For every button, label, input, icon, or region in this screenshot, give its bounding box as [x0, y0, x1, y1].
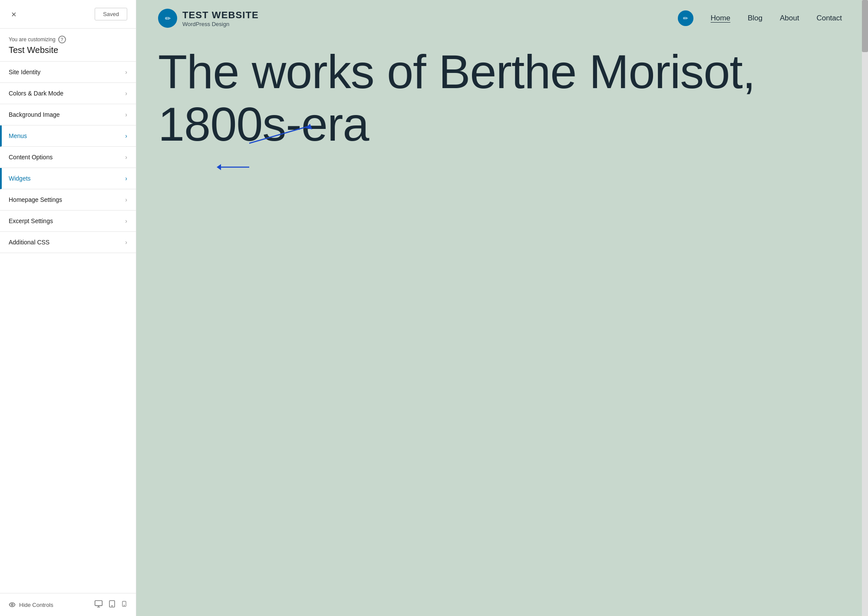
saved-button[interactable]: Saved: [95, 8, 127, 20]
view-icons-group: [94, 600, 127, 610]
widgets-arrow: [210, 161, 254, 178]
chevron-right-icon: ›: [125, 69, 127, 76]
preview-site-name: TEST WEBSITE: [182, 10, 259, 21]
nav-edit-icon[interactable]: [678, 10, 693, 26]
tablet-view-button[interactable]: [108, 600, 116, 610]
customizer-sidebar: × Saved You are customizing ? Test Websi…: [0, 0, 136, 616]
help-icon[interactable]: ?: [58, 36, 66, 43]
mobile-view-button[interactable]: [121, 600, 127, 610]
preview-scrollbar[interactable]: [862, 0, 868, 616]
preview-nav-links: Home Blog About Contact: [711, 14, 842, 23]
hero-text: The works of Berthe Morisot, 1800s-era: [158, 45, 846, 150]
sidebar-item-label: Widgets: [9, 175, 31, 182]
chevron-right-icon: ›: [125, 175, 127, 182]
chevron-right-icon: ›: [125, 154, 127, 161]
desktop-view-button[interactable]: [94, 600, 103, 610]
chevron-right-icon: ›: [125, 239, 127, 246]
chevron-right-icon: ›: [125, 111, 127, 118]
logo-edit-icon[interactable]: [158, 9, 177, 28]
nav-link-blog[interactable]: Blog: [748, 14, 762, 23]
sidebar-item-menus[interactable]: Menus ›: [0, 125, 136, 147]
nav-link-contact[interactable]: Contact: [816, 14, 842, 23]
hero-section: The works of Berthe Morisot, 1800s-era: [136, 36, 868, 150]
desktop-icon: [94, 600, 103, 608]
chevron-right-icon: ›: [125, 217, 127, 224]
preview-logo: TEST WEBSITE WordPress Design: [158, 9, 259, 28]
sidebar-item-excerpt-settings[interactable]: Excerpt Settings ›: [0, 211, 136, 232]
svg-point-0: [11, 604, 13, 606]
sidebar-item-label: Background Image: [9, 111, 60, 118]
site-preview: TEST WEBSITE WordPress Design Home Blog …: [136, 0, 868, 616]
sidebar-item-label: Content Options: [9, 154, 53, 161]
sidebar-title-section: You are customizing ? Test Website: [0, 29, 136, 62]
sidebar-item-widgets[interactable]: Widgets ›: [0, 168, 136, 189]
sidebar-item-background-image[interactable]: Background Image ›: [0, 104, 136, 125]
sidebar-item-label: Additional CSS: [9, 239, 50, 246]
hide-controls-label: Hide Controls: [19, 602, 53, 608]
svg-rect-1: [95, 601, 102, 606]
sidebar-item-label: Site Identity: [9, 69, 40, 76]
sidebar-item-label: Menus: [9, 132, 27, 139]
customizing-label: You are customizing ?: [9, 36, 127, 43]
svg-point-5: [124, 605, 124, 606]
logo-text: TEST WEBSITE WordPress Design: [182, 10, 259, 27]
mobile-icon: [121, 600, 127, 608]
close-button[interactable]: ×: [9, 9, 19, 20]
scrollbar-thumb: [862, 0, 868, 52]
chevron-right-icon: ›: [125, 132, 127, 139]
sidebar-item-site-identity[interactable]: Site Identity ›: [0, 62, 136, 83]
eye-icon: [9, 601, 16, 608]
svg-point-3: [112, 606, 112, 606]
chevron-right-icon: ›: [125, 90, 127, 97]
sidebar-item-label: Homepage Settings: [9, 196, 62, 203]
sidebar-header: × Saved: [0, 0, 136, 29]
preview-header: TEST WEBSITE WordPress Design Home Blog …: [136, 0, 868, 36]
tablet-icon: [108, 600, 116, 608]
nav-link-home[interactable]: Home: [711, 14, 730, 23]
sidebar-item-colors-dark-mode[interactable]: Colors & Dark Mode ›: [0, 83, 136, 104]
sidebar-item-homepage-settings[interactable]: Homepage Settings ›: [0, 189, 136, 211]
nav-link-about[interactable]: About: [780, 14, 799, 23]
sidebar-item-label: Excerpt Settings: [9, 217, 53, 224]
sidebar-item-label: Colors & Dark Mode: [9, 90, 63, 97]
sidebar-nav: Site Identity › Colors & Dark Mode › Bac…: [0, 62, 136, 593]
hide-controls-button[interactable]: Hide Controls: [9, 601, 53, 608]
sidebar-footer: Hide Controls: [0, 593, 136, 616]
sidebar-item-additional-css[interactable]: Additional CSS ›: [0, 232, 136, 253]
preview-tagline: WordPress Design: [182, 21, 259, 27]
customizing-text: You are customizing: [9, 36, 56, 43]
site-name-label: Test Website: [9, 45, 127, 55]
svg-marker-9: [217, 164, 221, 170]
preview-nav: Home Blog About Contact: [678, 10, 842, 26]
chevron-right-icon: ›: [125, 196, 127, 203]
sidebar-item-content-options[interactable]: Content Options ›: [0, 147, 136, 168]
